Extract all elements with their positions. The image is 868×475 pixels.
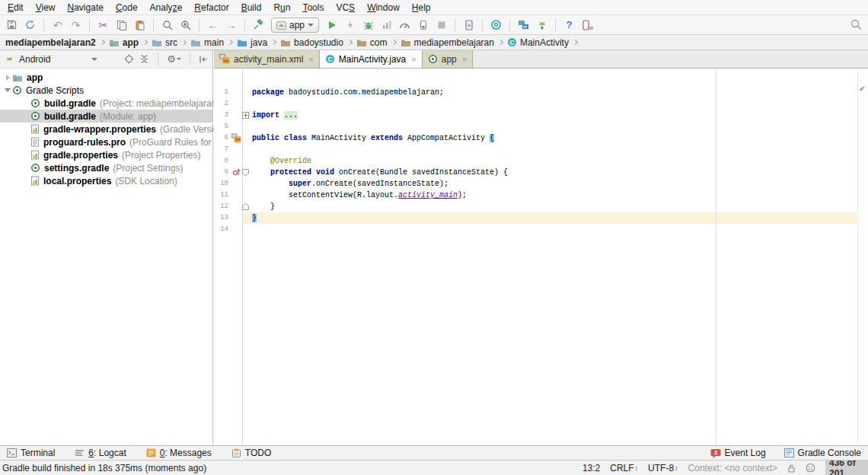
related-layout-gutter-icon[interactable]: <> [231, 133, 241, 143]
toolwindow-gradle-console[interactable]: Gradle Console [784, 448, 861, 458]
breadcrumb-com[interactable]: com [353, 37, 391, 48]
tree-item-build-gradle-project[interactable]: build.gradle (Project: mediapembelajaran… [0, 97, 212, 110]
apply-changes-button[interactable] [342, 17, 358, 33]
memory-indicator[interactable]: 436 of 201 [825, 461, 868, 475]
tree-item-gradle-scripts[interactable]: Gradle Scripts [0, 84, 212, 97]
inspection-profile-icon[interactable] [806, 463, 815, 473]
breadcrumb-mainactivity[interactable]: C MainActivity [504, 37, 572, 48]
collapse-all-icon[interactable] [139, 54, 149, 64]
fold-collapse-icon[interactable] [242, 169, 249, 176]
project-view-selector[interactable]: Android [19, 54, 50, 65]
tree-item-gradle-wrapper-properties[interactable]: gradle-wrapper.properties (Gradle Versio… [0, 123, 212, 135]
caret-position[interactable]: 13:2 [582, 463, 600, 473]
menu-navigate[interactable]: Navigate [62, 1, 110, 14]
close-icon[interactable]: × [308, 55, 313, 64]
tree-item-settings-gradle[interactable]: settings.gradle (Project Settings) [0, 161, 212, 174]
menu-vcs[interactable]: VCS [330, 1, 361, 14]
toolwindow-event-log[interactable]: 2 Event Log [710, 448, 766, 458]
cut-button[interactable]: ✂ [95, 17, 111, 33]
collapse-arrow-icon[interactable] [3, 88, 12, 92]
menu-refactor[interactable]: Refactor [188, 1, 235, 14]
project-panel-header: Android ⚙ [0, 50, 212, 69]
attach-debugger-button[interactable] [415, 17, 431, 33]
overriding-method-gutter-icon[interactable] [232, 168, 241, 177]
tab-mainactivity-java[interactable]: C MainActivity.java × [320, 50, 423, 68]
android-icon [5, 54, 14, 64]
menu-code[interactable]: Code [110, 1, 144, 14]
tree-item-gradle-properties[interactable]: gradle.properties (Project Properties) [0, 148, 212, 161]
locate-file-icon[interactable] [124, 54, 134, 64]
fold-expand-icon[interactable] [242, 112, 249, 119]
fold-collapse-end-icon[interactable] [242, 203, 249, 210]
breadcrumb-mediapembelajaran[interactable]: mediapembelajaran [397, 37, 497, 48]
menu-window[interactable]: Window [361, 1, 406, 14]
package-folder-icon [356, 38, 367, 47]
paste-button[interactable] [132, 17, 148, 33]
tree-item-proguard-rules[interactable]: proguard-rules.pro (ProGuard Rules for a… [0, 135, 212, 148]
status-message[interactable]: Gradle build finished in 18s 375ms (mome… [2, 463, 206, 473]
sync-button[interactable] [22, 17, 38, 33]
project-structure-button[interactable] [515, 17, 531, 33]
status-bar: Gradle build finished in 18s 375ms (mome… [0, 460, 868, 475]
performance-gauge-button[interactable] [397, 17, 413, 33]
close-icon[interactable]: × [411, 55, 416, 64]
undo-button[interactable]: ↶ [49, 17, 65, 33]
toolwindow-todo[interactable]: TODO [231, 448, 271, 458]
gradle-sync-button[interactable] [488, 17, 504, 33]
hide-panel-icon[interactable] [199, 55, 208, 64]
toolwindow-messages[interactable]: 0: Messages [146, 448, 212, 458]
breadcrumb-app[interactable]: app [106, 37, 142, 48]
tree-item-local-properties[interactable]: local.properties (SDK Location) [0, 174, 212, 187]
avd-manager-button[interactable] [461, 17, 477, 33]
tree-item-app[interactable]: app [0, 71, 212, 84]
expand-arrow-icon[interactable] [3, 75, 12, 81]
encoding-selector[interactable]: UTF-8↕ [648, 463, 678, 473]
replace-button[interactable] [177, 17, 193, 33]
chevron-down-icon[interactable] [91, 58, 97, 61]
menu-run[interactable]: Run [267, 1, 296, 14]
copy-button[interactable] [113, 17, 129, 33]
stop-button[interactable] [433, 17, 449, 33]
navigate-forward-button[interactable]: → [223, 17, 239, 33]
breadcrumb-main[interactable]: main [187, 37, 227, 48]
close-icon[interactable]: × [462, 55, 467, 64]
search-everywhere-button[interactable] [850, 18, 862, 30]
folded-imports[interactable]: ... [284, 111, 298, 120]
menu-tools[interactable]: Tools [296, 1, 330, 14]
find-button[interactable] [159, 17, 175, 33]
toolwindow-logcat[interactable]: 6: Logcat [75, 448, 126, 458]
menu-build[interactable]: Build [235, 1, 268, 14]
android-profiler-button[interactable] [579, 17, 595, 33]
help-button[interactable]: ? [561, 17, 577, 33]
run-configuration-select[interactable]: app [271, 18, 319, 33]
tree-item-build-gradle-module[interactable]: build.gradle (Module: app) [0, 110, 212, 123]
error-stripe[interactable]: ✔ [857, 69, 868, 445]
save-all-button[interactable] [4, 17, 20, 33]
lock-icon[interactable] [787, 464, 796, 473]
menu-view[interactable]: View [30, 1, 62, 14]
code-editor[interactable]: 1 package badoystudio.com.mediapembelaja… [214, 69, 868, 445]
menu-help[interactable]: Help [406, 1, 437, 14]
profile-button[interactable] [378, 17, 394, 33]
breadcrumb-java[interactable]: java [234, 37, 270, 48]
properties-file-icon [30, 124, 40, 134]
find-icon [162, 20, 173, 30]
tab-activity-main-xml[interactable]: <> activity_main.xml × [214, 50, 320, 68]
menu-edit[interactable]: Edit [2, 1, 30, 14]
breadcrumb-src[interactable]: src [148, 37, 180, 48]
debug-button[interactable] [360, 17, 376, 33]
toolwindow-terminal[interactable]: Terminal [7, 448, 55, 458]
breadcrumb-badoystudio[interactable]: badoystudio [277, 37, 346, 48]
panel-settings-button[interactable]: ⚙ [167, 54, 181, 64]
run-button[interactable] [324, 17, 340, 33]
make-project-button[interactable] [251, 17, 266, 33]
line-ending-selector[interactable]: CRLF↕ [610, 463, 638, 473]
menu-analyze[interactable]: Analyze [144, 1, 189, 14]
breadcrumb-project[interactable]: mediapembelajaran2 [2, 37, 99, 48]
properties-file-icon [30, 150, 40, 160]
sdk-manager-button[interactable] [534, 17, 550, 33]
redo-button[interactable]: ↷ [68, 17, 84, 33]
navigate-back-button[interactable]: ← [205, 17, 221, 33]
tab-app[interactable]: app × [423, 50, 473, 68]
context-indicator[interactable]: Context: <no context> [688, 463, 777, 473]
